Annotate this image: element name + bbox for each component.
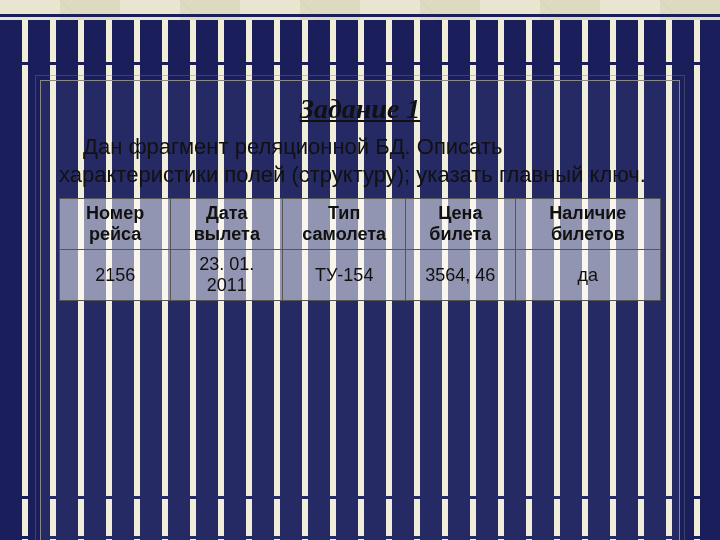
table-header: Номер рейса xyxy=(60,199,171,250)
table-row: 2156 23. 01. 2011 ТУ-154 3564, 46 да xyxy=(60,250,661,301)
table-header: Наличие билетов xyxy=(515,199,660,250)
table-cell: ТУ-154 xyxy=(283,250,406,301)
table-cell: да xyxy=(515,250,660,301)
data-table: Номер рейса Дата вылета Тип самолета Цен… xyxy=(59,198,661,301)
table-header: Цена билета xyxy=(406,199,516,250)
decor-line xyxy=(0,14,720,17)
task-text: Дан фрагмент реляционной БД. Описать хар… xyxy=(59,133,661,188)
table-header-row: Номер рейса Дата вылета Тип самолета Цен… xyxy=(60,199,661,250)
table-header: Тип самолета xyxy=(283,199,406,250)
table-cell: 23. 01. 2011 xyxy=(171,250,283,301)
table-cell: 2156 xyxy=(60,250,171,301)
table-cell: 3564, 46 xyxy=(406,250,516,301)
content-frame: Задание 1 Дан фрагмент реляционной БД. О… xyxy=(40,80,680,540)
table-header: Дата вылета xyxy=(171,199,283,250)
page-title: Задание 1 xyxy=(59,93,661,125)
decor-line xyxy=(0,62,720,65)
